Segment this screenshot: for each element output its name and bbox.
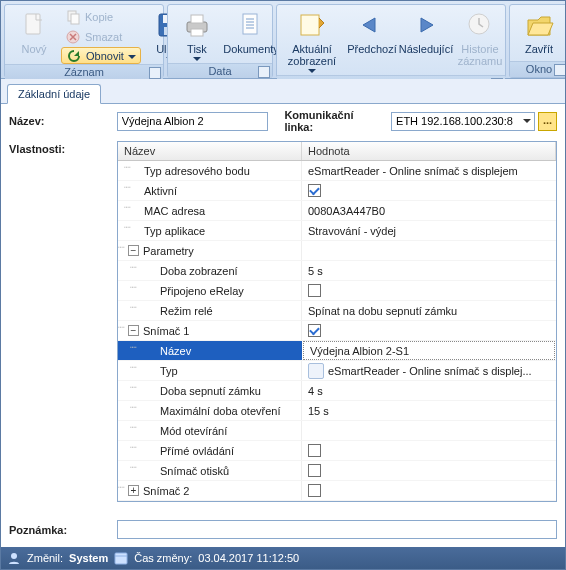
kopie-button[interactable]: Kopie (61, 7, 141, 26)
ribbon-group-okno: Zavřít Okno (509, 4, 566, 78)
prop-value[interactable] (302, 281, 556, 300)
chevron-down-icon (308, 69, 316, 73)
dialog-launcher-icon[interactable] (554, 64, 566, 76)
prop-value[interactable]: Výdejna Albion 2-S1 (303, 341, 555, 360)
novy-button[interactable]: Nový (7, 7, 61, 57)
prop-value-text: 5 s (308, 265, 323, 277)
tisk-button[interactable]: Tisk (170, 7, 224, 63)
grid-row[interactable]: ┈Maximální doba otevření15 s (118, 401, 556, 421)
prop-value[interactable] (302, 481, 556, 500)
changed-by-label: Změnil: (27, 552, 63, 564)
grid-row[interactable]: ┈Typ aplikaceStravování - výdej (118, 221, 556, 241)
smazat-button[interactable]: Smazat (61, 27, 141, 46)
collapse-icon[interactable]: − (128, 245, 139, 256)
checkbox[interactable] (308, 184, 321, 197)
grid-row[interactable]: ┈+Snímač 2 (118, 481, 556, 501)
prop-value[interactable]: Stravování - výdej (302, 221, 556, 240)
grid-row[interactable]: ┈NázevVýdejna Albion 2-S1 (118, 341, 556, 361)
ellipsis-button[interactable]: ... (538, 112, 557, 131)
tab-basic[interactable]: Základní údaje (7, 84, 101, 104)
prop-name: Mód otevírání (160, 425, 227, 437)
prop-value-text: eSmartReader - Online snímač s displejem (308, 165, 518, 177)
grid-row[interactable]: ┈−Parametry (118, 241, 556, 261)
prop-name: Aktivní (144, 185, 177, 197)
prop-value[interactable]: Spínat na dobu sepnutí zámku (302, 301, 556, 320)
grid-row[interactable]: ┈Mód otevírání (118, 421, 556, 441)
prop-value-text: 0080A3A447B0 (308, 205, 385, 217)
checkbox[interactable] (308, 464, 321, 477)
prop-name: Připojeno eRelay (160, 285, 244, 297)
grid-row[interactable]: ┈Typ adresového bodueSmartReader - Onlin… (118, 161, 556, 181)
predchozi-label: Předchozí (347, 43, 397, 55)
prop-name: Snímač 2 (143, 485, 189, 497)
group-title: Okno (526, 63, 552, 75)
grid-row[interactable]: ┈Připojeno eRelay (118, 281, 556, 301)
zavrit-button[interactable]: Zavřít (512, 7, 566, 57)
checkbox[interactable] (308, 484, 321, 497)
prop-value-text: 15 s (308, 405, 329, 417)
prop-value[interactable]: eSmartReader - Online snímač s displej..… (302, 361, 556, 380)
col-value[interactable]: Hodnota (302, 142, 556, 160)
grid-row[interactable]: ┈Doba zobrazení5 s (118, 261, 556, 281)
prop-value-text: Stravování - výdej (308, 225, 396, 237)
prop-name: Typ adresového bodu (144, 165, 250, 177)
col-name[interactable]: Název (118, 142, 302, 160)
grid-row[interactable]: ┈Doba sepnutí zámku4 s (118, 381, 556, 401)
prop-value[interactable] (302, 461, 556, 480)
kopie-label: Kopie (85, 11, 113, 23)
chevron-down-icon (128, 55, 136, 59)
prop-value[interactable] (302, 421, 556, 440)
prop-value[interactable]: eSmartReader - Online snímač s displejem (302, 161, 556, 180)
nasledujici-button[interactable]: Následující (399, 7, 453, 57)
svg-rect-0 (26, 14, 40, 34)
prop-value[interactable]: 5 s (302, 261, 556, 280)
dialog-launcher-icon[interactable] (258, 66, 270, 78)
checkbox[interactable] (308, 284, 321, 297)
prop-value[interactable]: 4 s (302, 381, 556, 400)
prop-value[interactable] (302, 241, 556, 260)
prop-name: Snímač 1 (143, 325, 189, 337)
prop-value-text: 4 s (308, 385, 323, 397)
checkbox[interactable] (308, 444, 321, 457)
prop-name: Název (160, 345, 191, 357)
prop-value[interactable]: 0080A3A447B0 (302, 201, 556, 220)
prop-value[interactable] (302, 441, 556, 460)
close-folder-icon (523, 9, 555, 41)
historie-button[interactable]: Historie záznamu (453, 7, 507, 69)
dokumenty-button[interactable]: Dokumenty (224, 7, 278, 57)
grid-row[interactable]: ┈Aktivní (118, 181, 556, 201)
prop-value[interactable] (302, 181, 556, 200)
grid-row[interactable]: ┈Přímé ovládání (118, 441, 556, 461)
dialog-launcher-icon[interactable] (149, 67, 161, 79)
tabstrip: Základní údaje (1, 79, 565, 104)
prop-value[interactable]: 15 s (302, 401, 556, 420)
note-input[interactable] (117, 520, 557, 539)
grid-row[interactable]: ┈−Snímač 1 (118, 321, 556, 341)
grid-row[interactable]: ┈TypeSmartReader - Online snímač s displ… (118, 361, 556, 381)
grid-row[interactable]: ┈Režim reléSpínat na dobu sepnutí zámku (118, 301, 556, 321)
dokumenty-label: Dokumenty (223, 43, 279, 55)
smazat-label: Smazat (85, 31, 122, 43)
comm-link-combo-wrap: ETH 192.168.100.230:8 (391, 112, 535, 131)
prop-name: Typ aplikace (144, 225, 205, 237)
expand-icon[interactable]: + (128, 485, 139, 496)
grid-body[interactable]: ┈Typ adresového bodueSmartReader - Onlin… (118, 161, 556, 501)
form-area: Název: Komunikační linka: ETH 192.168.10… (9, 107, 557, 545)
aktualni-zobrazeni-button[interactable]: Aktuální zobrazení (279, 7, 345, 75)
obnovit-button[interactable]: Obnovit (61, 47, 141, 64)
documents-icon (235, 9, 267, 41)
comm-link-select[interactable]: ETH 192.168.100.230:8 (391, 112, 535, 131)
collapse-icon[interactable]: − (128, 325, 139, 336)
previous-icon (356, 9, 388, 41)
grid-row[interactable]: ┈Snímač otisků (118, 461, 556, 481)
prop-value[interactable] (302, 321, 556, 340)
name-input[interactable] (117, 112, 269, 131)
checkbox[interactable] (308, 324, 321, 337)
tisk-label: Tisk (187, 43, 207, 55)
predchozi-button[interactable]: Předchozí (345, 7, 399, 57)
prop-name: Režim relé (160, 305, 213, 317)
copy-icon (65, 9, 81, 25)
change-time-value: 03.04.2017 11:12:50 (198, 552, 299, 564)
prop-name: Maximální doba otevření (160, 405, 280, 417)
grid-row[interactable]: ┈MAC adresa0080A3A447B0 (118, 201, 556, 221)
